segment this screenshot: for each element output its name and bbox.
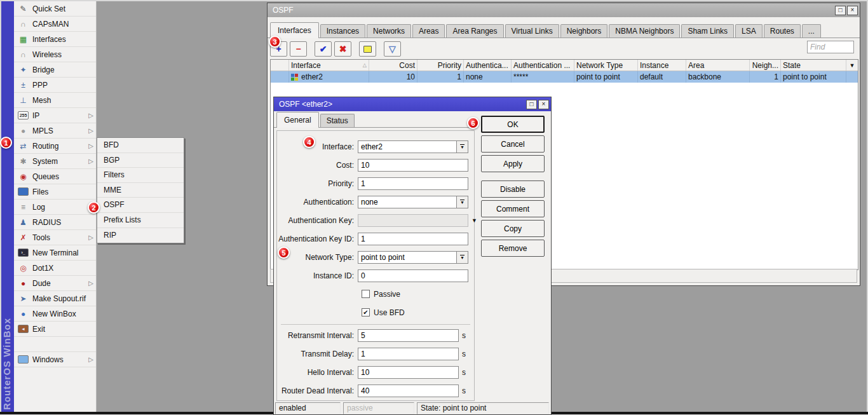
column-header-flags[interactable] [271,60,289,71]
input-interface[interactable] [358,140,468,153]
tab-areas[interactable]: Areas [412,24,445,37]
column-header-state[interactable]: State [781,60,846,71]
comment-button[interactable]: Comment [481,200,545,217]
dropdown-button[interactable]: ▼ [456,252,468,263]
sidebar-item-quick-set[interactable]: ✎Quick Set [14,1,96,17]
submenu-item-bfd[interactable]: BFD [97,138,184,153]
submenu-item-bgp[interactable]: BGP [97,153,184,168]
sidebar-item-new-terminal[interactable]: ›_New Terminal [14,245,96,261]
field-label: Instance ID: [277,271,358,280]
sidebar-item-mesh[interactable]: ⊥Mesh [14,93,96,108]
tab-nbma-neighbors[interactable]: NBMA Neighbors [609,24,680,37]
input-transmit-delay[interactable] [358,348,459,360]
dialog-tab-general[interactable]: General [276,112,319,128]
disable-button[interactable]: Disable [481,180,545,198]
remove-button[interactable]: − [290,41,307,57]
checkbox-passive[interactable] [362,290,370,298]
maximize-button[interactable]: □ [835,6,846,15]
input-retransmit-interval[interactable] [358,329,459,342]
sidebar-item-interfaces[interactable]: ▦Interfaces [14,32,96,47]
submenu-item-mme[interactable]: MME [97,183,184,198]
sidebar-item-radius[interactable]: ♟RADIUS [14,215,96,230]
input-authentication[interactable] [358,196,468,208]
sidebar-item-mpls[interactable]: ●MPLS▷ [14,123,96,139]
cancel-button[interactable]: Cancel [481,135,545,153]
input-network-type[interactable] [358,251,468,264]
tab-[interactable]: ... [802,24,821,37]
mesh-nodes-icon: ⊥ [18,95,29,105]
input-priority[interactable] [358,177,468,190]
filter-button[interactable]: ▽ [384,41,401,57]
sidebar-item-wireless[interactable]: ∩Wireless [14,47,96,62]
sidebar-item-ppp[interactable]: ±PPP [14,78,96,93]
tab-area-ranges[interactable]: Area Ranges [446,24,503,37]
column-header-neigh[interactable]: Neigh... [750,60,781,71]
sidebar-item-make-supout-rif[interactable]: ➤Make Supout.rif [14,291,96,306]
disable-button[interactable]: ✖ [334,41,351,57]
column-header-cost[interactable]: Cost [369,60,417,71]
checkbox-use-bfd[interactable]: ✔ [362,308,370,316]
sidebar-item-queues[interactable]: ◉Queues [14,169,96,184]
column-header-area[interactable]: Area [686,60,750,71]
ospf-window-titlebar[interactable]: OSPF □ × [268,3,860,17]
tab-networks[interactable]: Networks [367,24,411,37]
sidebar-item-dude[interactable]: ●Dude▷ [14,276,96,291]
sidebar-item-files[interactable]: Files [14,184,96,200]
dialog-close-button[interactable]: × [538,100,549,109]
column-selector-button[interactable]: ▼ [846,60,858,71]
tab-sham-links[interactable]: Sham Links [681,24,734,37]
submenu-item-rip[interactable]: RIP [97,228,184,243]
sidebar-item-bridge[interactable]: ✦Bridge [14,62,96,78]
column-header-instance[interactable]: Instance [638,60,686,71]
sidebar-item-log[interactable]: ≡Log [14,200,96,215]
dropdown-button[interactable]: ▼ [456,141,468,153]
tab-virtual-links[interactable]: Virtual Links [505,24,559,37]
submenu-item-ospf[interactable]: OSPF [97,198,184,213]
table-row[interactable]: ether2101none*****point to pointdefaultb… [271,71,858,83]
sidebar-item-ip[interactable]: 255IP▷ [14,108,96,123]
copy-button[interactable]: Copy [481,220,545,237]
tab-instances[interactable]: Instances [320,24,365,37]
sidebar-item-system[interactable]: ✱System▷ [14,154,96,169]
sidebar-item-label: Wireless [32,50,93,59]
tab-lsa[interactable]: LSA [735,24,763,37]
column-header-priority[interactable]: Priority [417,60,464,71]
ok-button[interactable]: OK [481,116,545,133]
sidebar-item-routing[interactable]: ⇄Routing▷ [14,139,96,154]
remove-button[interactable]: Remove [481,240,545,257]
field-instance-id [358,269,468,282]
dropdown-button[interactable]: ▼ [456,196,468,208]
apply-button[interactable]: Apply [481,155,545,172]
sidebar-item-tools[interactable]: ✗Tools▷ [14,230,96,245]
input-router-dead-interval[interactable] [358,384,459,397]
ip-255-icon: 255 [18,111,29,119]
dialog-tab-status[interactable]: Status [320,114,355,127]
sidebar-item-windows[interactable]: Windows▷ [14,352,96,367]
dialog-titlebar[interactable]: OSPF <ether2> □ × [274,97,551,111]
sidebar-item-capsman[interactable]: ∩CAPsMAN [14,17,96,32]
input-authentication-key-id[interactable] [358,233,468,245]
input-authentication-key[interactable] [358,214,468,227]
column-header-label: Area [688,61,704,70]
column-header-authentica[interactable]: Authentica... [464,60,512,71]
input-hello-interval[interactable] [358,366,459,379]
sidebar-item-new-winbox[interactable]: ●New WinBox [14,306,96,322]
input-instance-id[interactable] [358,269,468,282]
enable-button[interactable]: ✔ [315,41,332,57]
dialog-maximize-button[interactable]: □ [526,100,537,109]
tab-neighbors[interactable]: Neighbors [560,24,608,37]
field-network-type: ▼ [358,251,468,264]
sidebar-item-label: PPP [32,81,93,90]
tab-routes[interactable]: Routes [764,24,801,37]
column-header-authentication[interactable]: Authentication ... [512,60,574,71]
submenu-item-filters[interactable]: Filters [97,168,184,183]
sidebar-item-exit[interactable]: ◄Exit [14,322,96,337]
sidebar-item-dot1x[interactable]: ◎Dot1X [14,261,96,276]
input-cost[interactable] [358,159,468,172]
close-button[interactable]: × [847,6,858,15]
find-input[interactable] [807,41,854,53]
column-header-interface[interactable]: Interface△ [289,60,369,71]
comment-button[interactable] [359,41,376,57]
column-header-network-type[interactable]: Network Type [574,60,638,71]
submenu-item-prefix-lists[interactable]: Prefix Lists [97,213,184,228]
